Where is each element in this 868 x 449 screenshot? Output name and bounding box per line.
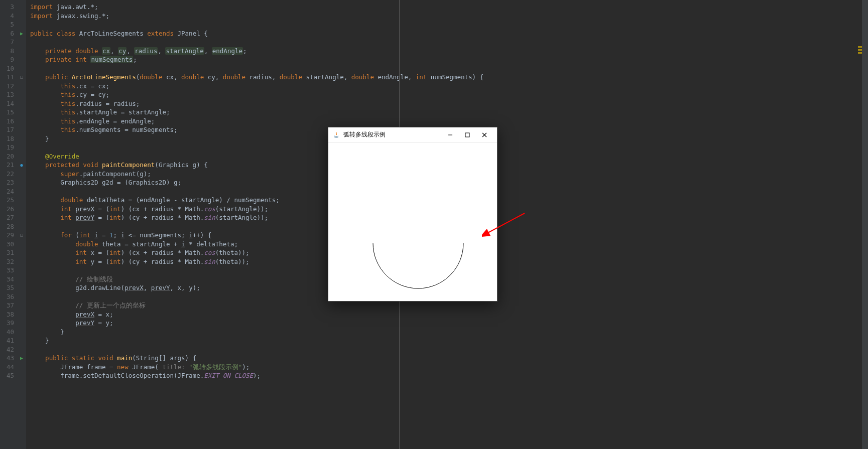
line-number[interactable]: 36 [0,292,17,302]
code-line[interactable]: import javax.swing.*; [26,12,751,21]
maximize-button[interactable] [459,127,476,142]
code-token: double [280,73,306,81]
code-line[interactable]: import java.awt.*; [26,3,751,12]
line-number[interactable]: 22 [0,170,17,179]
line-number[interactable]: 12 [0,82,17,91]
line-number-gutter[interactable]: 3456789101112131415161718192021222324252… [0,0,17,449]
code-token: prevY [151,284,170,291]
code-line[interactable]: JFrame frame = new JFrame( title: "弧转多线段… [26,363,751,372]
code-token [30,100,60,107]
line-number[interactable]: 24 [0,187,17,196]
code-token [30,302,75,309]
code-line[interactable] [26,345,751,354]
minimize-button[interactable] [442,127,459,142]
line-number[interactable]: 43 [0,354,17,363]
line-number[interactable]: 23 [0,178,17,187]
swing-window[interactable]: 弧转多线段示例 [328,127,498,302]
line-number[interactable]: 16 [0,117,17,126]
line-number[interactable]: 42 [0,345,17,354]
line-number[interactable]: 44 [0,363,17,372]
code-line[interactable]: public static void main(String[] args) { [26,354,751,363]
fold-toggle[interactable]: ● [17,161,26,170]
code-line[interactable]: prevY = y; [26,319,751,328]
vertical-scrollbar[interactable] [862,0,868,449]
line-number[interactable]: 30 [0,240,17,249]
code-token: ) (cy + radius * Math. [121,258,204,265]
line-number[interactable]: 29 [0,231,17,240]
line-number[interactable]: 6 [0,29,17,38]
line-number[interactable]: 32 [0,257,17,266]
code-line[interactable]: this.startAngle = startAngle; [26,108,751,117]
code-line[interactable]: public class ArcToLineSegments extends J… [26,29,751,38]
fold-toggle[interactable]: ⊟ [17,231,26,240]
line-number[interactable]: 27 [0,213,17,222]
line-number[interactable]: 17 [0,125,17,134]
run-gutter-icon[interactable]: ▶ [20,355,23,361]
line-number[interactable]: 14 [0,99,17,108]
code-line[interactable]: private double cx, cy, radius, startAngl… [26,47,751,56]
code-token: prevY [75,319,94,327]
line-number[interactable]: 3 [0,3,17,12]
line-number[interactable]: 21 [0,161,17,170]
error-stripe[interactable] [858,0,862,449]
code-token: (startAngle)); [215,205,268,213]
close-button[interactable] [476,127,493,142]
code-token: int [75,258,90,265]
warning-mark[interactable] [858,49,862,51]
fold-toggle[interactable]: ⊟ [17,73,26,82]
line-number[interactable]: 38 [0,310,17,319]
line-number[interactable]: 39 [0,319,17,328]
line-number[interactable]: 19 [0,143,17,152]
run-gutter-icon[interactable]: ▶ [20,31,23,36]
line-number[interactable]: 13 [0,90,17,99]
code-line[interactable]: this.cx = cx; [26,82,751,91]
line-number[interactable]: 40 [0,328,17,337]
line-number[interactable]: 18 [0,134,17,143]
line-number[interactable]: 33 [0,266,17,275]
line-number[interactable]: 9 [0,55,17,64]
line-number[interactable]: 37 [0,301,17,310]
swing-titlebar[interactable]: 弧转多线段示例 [328,127,497,142]
code-line[interactable]: public ArcToLineSegments(double cx, doub… [26,73,751,82]
code-line[interactable]: } [26,336,751,345]
line-number[interactable]: 41 [0,336,17,345]
code-line[interactable] [26,38,751,47]
line-number[interactable]: 8 [0,47,17,56]
code-line[interactable]: this.radius = radius; [26,99,751,108]
line-number[interactable]: 4 [0,12,17,21]
line-number[interactable]: 28 [0,222,17,231]
line-number[interactable]: 15 [0,108,17,117]
code-line[interactable]: private int numSegments; [26,55,751,64]
warning-mark[interactable] [858,46,862,48]
code-token: this [60,126,75,133]
code-line[interactable] [26,20,751,29]
line-number[interactable]: 45 [0,371,17,380]
code-token: int [416,73,431,81]
code-line[interactable]: prevX = x; [26,310,751,319]
line-number[interactable]: 26 [0,205,17,214]
code-line[interactable]: this.endAngle = endAngle; [26,117,751,126]
fold-toggle[interactable]: ▶ [17,29,26,38]
line-number[interactable]: 5 [0,20,17,29]
line-number[interactable]: 31 [0,248,17,257]
line-number[interactable]: 7 [0,38,17,47]
override-icon[interactable]: ● [20,163,23,168]
fold-toggle[interactable]: ▶ [17,354,26,363]
fold-column[interactable]: ▶⊟●⊟▶ [17,0,26,449]
line-number[interactable]: 11 [0,73,17,82]
line-number[interactable]: 25 [0,196,17,205]
code-line[interactable] [26,64,751,73]
code-token: ; [243,47,247,55]
code-line[interactable]: // 更新上一个点的坐标 [26,301,751,310]
line-number[interactable]: 10 [0,64,17,73]
line-number[interactable]: 35 [0,283,17,292]
warning-mark[interactable] [858,52,862,54]
code-line[interactable]: this.cy = cy; [26,90,751,99]
code-line[interactable]: } [26,328,751,337]
code-token: this [60,91,75,98]
line-number[interactable]: 34 [0,275,17,284]
code-token [30,56,45,63]
line-number[interactable]: 20 [0,152,17,161]
code-token: = ( [94,214,109,221]
code-line[interactable]: frame.setDefaultCloseOperation(JFrame.EX… [26,371,751,380]
